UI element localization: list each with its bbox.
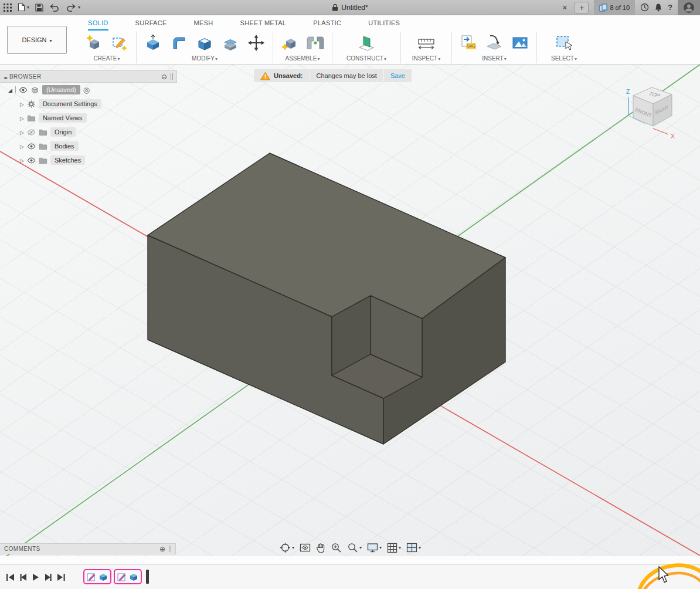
- inspect-menu-button[interactable]: INSPECT: [412, 55, 440, 62]
- tab-utilities[interactable]: UTILITIES: [368, 19, 400, 31]
- toolbar-group-insert: SVG INSERT: [452, 31, 536, 62]
- shell-icon[interactable]: [193, 31, 216, 55]
- tab-mesh[interactable]: MESH: [194, 19, 213, 31]
- move-copy-icon[interactable]: [244, 31, 268, 55]
- browser-item-sketches[interactable]: Sketches: [0, 153, 177, 167]
- account-avatar[interactable]: [678, 0, 700, 15]
- close-tab-button[interactable]: ×: [560, 3, 569, 12]
- browser-item-document-settings[interactable]: Document Settings: [0, 97, 177, 111]
- browser-item-bodies[interactable]: Bodies: [0, 139, 177, 153]
- offset-face-icon[interactable]: [219, 31, 242, 55]
- insert-svg-icon[interactable]: SVG: [457, 31, 480, 55]
- expand-comments-icon[interactable]: [159, 545, 165, 553]
- model-body[interactable]: [148, 153, 505, 444]
- document-pager[interactable]: 8 of 10: [594, 0, 635, 15]
- help-button[interactable]: ?: [668, 3, 672, 12]
- select-menu-button[interactable]: SELECT: [551, 55, 577, 62]
- pan-icon[interactable]: [316, 543, 325, 553]
- construction-plane-icon[interactable]: [355, 31, 378, 55]
- browser-item-named-views[interactable]: Named Views: [0, 111, 177, 125]
- redo-button[interactable]: [66, 4, 80, 12]
- expand-caret-icon[interactable]: [20, 114, 24, 121]
- select-icon[interactable]: [552, 31, 576, 55]
- look-at-icon[interactable]: [300, 543, 311, 553]
- tab-solid[interactable]: SOLID: [88, 19, 108, 31]
- new-component-icon[interactable]: [278, 31, 301, 55]
- press-pull-icon[interactable]: [141, 31, 165, 55]
- browser-item-label[interactable]: Bodies: [50, 141, 79, 151]
- browser-item-origin[interactable]: Origin: [0, 125, 177, 139]
- tab-sheet-metal[interactable]: SHEET METAL: [240, 19, 287, 31]
- create-sketch-icon[interactable]: [108, 31, 131, 55]
- insert-menu-button[interactable]: INSERT: [482, 55, 507, 62]
- construct-menu-button[interactable]: CONSTRUCT: [346, 55, 386, 62]
- step-back-button[interactable]: [19, 573, 28, 581]
- grid-settings-icon[interactable]: [387, 543, 401, 553]
- step-forward-button[interactable]: [44, 573, 52, 581]
- tab-surface[interactable]: SURFACE: [135, 19, 167, 31]
- view-cube[interactable]: TOP FRONT RIGHT Z X: [619, 79, 695, 144]
- expand-caret-icon[interactable]: [20, 143, 24, 150]
- visibility-eye-icon[interactable]: [19, 86, 28, 94]
- insert-mesh-icon[interactable]: [482, 31, 506, 55]
- toolbar-group-construct: CONSTRUCT: [332, 31, 400, 62]
- browser-header[interactable]: BROWSER: [0, 70, 177, 83]
- display-settings-icon[interactable]: [367, 543, 382, 553]
- measure-icon[interactable]: [414, 31, 438, 55]
- browser-item-label[interactable]: Named Views: [39, 113, 87, 123]
- timeline-sketch-feature[interactable]: [117, 572, 127, 581]
- browser-item-label[interactable]: Origin: [50, 127, 76, 137]
- fillet-icon[interactable]: [167, 31, 191, 55]
- browser-item-label[interactable]: Sketches: [50, 155, 85, 165]
- collapse-panel-icon[interactable]: [4, 73, 6, 80]
- browser-item-label[interactable]: Document Settings: [39, 99, 101, 109]
- timeline-extrude-feature[interactable]: [98, 572, 108, 581]
- go-to-end-button[interactable]: [56, 573, 66, 581]
- toolbar-group-assemble: ASSEMBLE: [273, 31, 332, 62]
- new-tab-button[interactable]: +: [575, 2, 589, 13]
- panel-drag-handle[interactable]: [171, 73, 173, 80]
- panel-drag-handle[interactable]: [169, 546, 171, 552]
- workspace-switcher[interactable]: DESIGN: [7, 26, 67, 54]
- expand-caret-icon[interactable]: [20, 157, 24, 164]
- viewport-canvas[interactable]: Unsaved: Changes may be lost Save BROWSE…: [0, 65, 700, 556]
- assemble-menu-button[interactable]: ASSEMBLE: [286, 55, 320, 62]
- orbit-icon[interactable]: [280, 542, 294, 553]
- joint-icon[interactable]: [304, 31, 327, 55]
- chevron-down-icon: [574, 55, 577, 62]
- root-document-label[interactable]: (Unsaved): [42, 85, 80, 94]
- viewports-icon[interactable]: [406, 543, 421, 553]
- timeline-playhead[interactable]: [146, 570, 149, 584]
- visibility-eye-icon[interactable]: [27, 142, 36, 151]
- visibility-eye-icon[interactable]: [27, 156, 36, 165]
- job-status-icon[interactable]: [640, 3, 649, 12]
- play-button[interactable]: [32, 573, 40, 581]
- visibility-off-icon[interactable]: [27, 128, 36, 137]
- canvas-icon[interactable]: [508, 31, 532, 55]
- go-to-start-button[interactable]: [6, 573, 15, 581]
- timeline-extrude-feature[interactable]: [129, 572, 138, 581]
- expand-caret-icon[interactable]: [20, 128, 24, 136]
- svg-text:SVG: SVG: [467, 44, 475, 48]
- notifications-bell-icon[interactable]: [654, 3, 662, 12]
- collapse-all-icon[interactable]: [161, 73, 167, 81]
- browser-item-root[interactable]: (Unsaved): [0, 83, 177, 97]
- expand-caret-icon[interactable]: [20, 100, 24, 107]
- bottom-strip: [0, 556, 700, 564]
- save-link[interactable]: Save: [384, 69, 412, 82]
- ground-target-icon[interactable]: [83, 86, 90, 94]
- save-button[interactable]: [35, 4, 43, 12]
- file-menu-button[interactable]: [18, 3, 29, 12]
- comments-panel[interactable]: COMMENTS: [0, 543, 176, 554]
- chevron-down-icon: [117, 55, 120, 62]
- expand-all-icon[interactable]: [8, 86, 12, 93]
- timeline-sketch-feature[interactable]: [87, 572, 96, 581]
- zoom-icon[interactable]: [347, 542, 362, 553]
- undo-button[interactable]: [49, 4, 60, 12]
- create-menu-button[interactable]: CREATE: [94, 55, 120, 62]
- tab-plastic[interactable]: PLASTIC: [313, 19, 341, 31]
- zoom-window-icon[interactable]: [331, 542, 342, 553]
- app-grid-menu-icon[interactable]: [4, 4, 12, 12]
- modify-menu-button[interactable]: MODIFY: [192, 55, 218, 62]
- new-solid-icon[interactable]: [82, 31, 106, 55]
